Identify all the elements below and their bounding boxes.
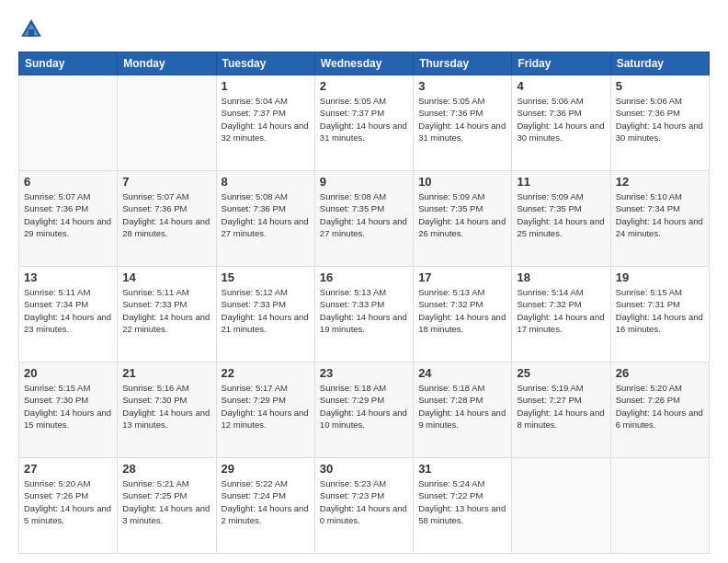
calendar-cell: 2Sunrise: 5:05 AM Sunset: 7:37 PM Daylig… — [314, 75, 413, 171]
day-number: 18 — [517, 270, 605, 284]
calendar-cell: 13Sunrise: 5:11 AM Sunset: 7:34 PM Dayli… — [19, 267, 118, 362]
cell-info: Sunrise: 5:18 AM Sunset: 7:28 PM Dayligh… — [418, 382, 506, 431]
cell-info: Sunrise: 5:08 AM Sunset: 7:35 PM Dayligh… — [320, 190, 408, 239]
cell-info: Sunrise: 5:05 AM Sunset: 7:37 PM Dayligh… — [320, 95, 408, 144]
day-number: 11 — [517, 175, 605, 189]
calendar-cell: 16Sunrise: 5:13 AM Sunset: 7:33 PM Dayli… — [314, 267, 413, 362]
calendar-cell: 25Sunrise: 5:19 AM Sunset: 7:27 PM Dayli… — [512, 362, 610, 458]
day-number: 23 — [320, 366, 408, 380]
day-number: 19 — [616, 270, 704, 284]
calendar-cell: 28Sunrise: 5:21 AM Sunset: 7:25 PM Dayli… — [118, 458, 216, 554]
day-number: 3 — [418, 79, 506, 93]
day-number: 9 — [320, 175, 408, 189]
page: SundayMondayTuesdayWednesdayThursdayFrid… — [0, 0, 728, 563]
calendar-cell: 26Sunrise: 5:20 AM Sunset: 7:26 PM Dayli… — [610, 362, 709, 458]
weekday-header: Friday — [512, 52, 610, 75]
cell-info: Sunrise: 5:09 AM Sunset: 7:35 PM Dayligh… — [517, 190, 605, 239]
day-number: 2 — [320, 79, 408, 93]
day-number: 12 — [616, 175, 704, 189]
calendar-cell: 17Sunrise: 5:13 AM Sunset: 7:32 PM Dayli… — [414, 267, 512, 362]
day-number: 15 — [222, 270, 310, 284]
cell-info: Sunrise: 5:12 AM Sunset: 7:33 PM Dayligh… — [222, 286, 310, 335]
day-number: 10 — [418, 175, 506, 189]
calendar-week-row: 1Sunrise: 5:04 AM Sunset: 7:37 PM Daylig… — [19, 75, 710, 171]
day-number: 24 — [418, 366, 506, 380]
day-number: 6 — [24, 175, 112, 189]
calendar-week-row: 27Sunrise: 5:20 AM Sunset: 7:26 PM Dayli… — [19, 458, 710, 554]
cell-info: Sunrise: 5:20 AM Sunset: 7:26 PM Dayligh… — [616, 382, 704, 431]
day-number: 30 — [320, 462, 408, 476]
weekday-header: Saturday — [610, 52, 709, 75]
cell-info: Sunrise: 5:14 AM Sunset: 7:32 PM Dayligh… — [517, 286, 605, 335]
cell-info: Sunrise: 5:22 AM Sunset: 7:24 PM Dayligh… — [222, 477, 310, 526]
calendar-cell: 18Sunrise: 5:14 AM Sunset: 7:32 PM Dayli… — [512, 267, 610, 362]
calendar-cell: 3Sunrise: 5:05 AM Sunset: 7:36 PM Daylig… — [414, 75, 512, 171]
day-number: 25 — [517, 366, 605, 380]
calendar-cell: 8Sunrise: 5:08 AM Sunset: 7:36 PM Daylig… — [216, 171, 314, 267]
cell-info: Sunrise: 5:06 AM Sunset: 7:36 PM Dayligh… — [517, 95, 605, 144]
calendar-week-row: 20Sunrise: 5:15 AM Sunset: 7:30 PM Dayli… — [19, 362, 710, 458]
cell-info: Sunrise: 5:23 AM Sunset: 7:23 PM Dayligh… — [320, 477, 408, 526]
cell-info: Sunrise: 5:08 AM Sunset: 7:36 PM Dayligh… — [222, 190, 310, 239]
calendar-cell: 29Sunrise: 5:22 AM Sunset: 7:24 PM Dayli… — [216, 458, 314, 554]
cell-info: Sunrise: 5:15 AM Sunset: 7:31 PM Dayligh… — [616, 286, 704, 335]
calendar-week-row: 13Sunrise: 5:11 AM Sunset: 7:34 PM Dayli… — [19, 267, 710, 362]
day-number: 28 — [122, 462, 210, 476]
calendar-cell — [512, 458, 610, 554]
cell-info: Sunrise: 5:05 AM Sunset: 7:36 PM Dayligh… — [418, 95, 506, 144]
cell-info: Sunrise: 5:24 AM Sunset: 7:22 PM Dayligh… — [418, 477, 506, 526]
day-number: 5 — [616, 79, 704, 93]
calendar-cell: 27Sunrise: 5:20 AM Sunset: 7:26 PM Dayli… — [19, 458, 118, 554]
day-number: 8 — [222, 175, 310, 189]
cell-info: Sunrise: 5:20 AM Sunset: 7:26 PM Dayligh… — [24, 477, 112, 526]
calendar-cell: 5Sunrise: 5:06 AM Sunset: 7:36 PM Daylig… — [610, 75, 709, 171]
day-number: 20 — [24, 366, 112, 380]
calendar-cell: 19Sunrise: 5:15 AM Sunset: 7:31 PM Dayli… — [610, 267, 709, 362]
day-number: 22 — [222, 366, 310, 380]
header — [18, 17, 710, 42]
weekday-header: Tuesday — [216, 52, 314, 75]
cell-info: Sunrise: 5:09 AM Sunset: 7:35 PM Dayligh… — [418, 190, 506, 239]
day-number: 13 — [24, 270, 112, 284]
calendar-cell: 24Sunrise: 5:18 AM Sunset: 7:28 PM Dayli… — [414, 362, 512, 458]
calendar-cell: 1Sunrise: 5:04 AM Sunset: 7:37 PM Daylig… — [216, 75, 314, 171]
calendar-header-row: SundayMondayTuesdayWednesdayThursdayFrid… — [19, 52, 710, 75]
calendar-cell: 22Sunrise: 5:17 AM Sunset: 7:29 PM Dayli… — [216, 362, 314, 458]
cell-info: Sunrise: 5:06 AM Sunset: 7:36 PM Dayligh… — [616, 95, 704, 144]
calendar-cell: 7Sunrise: 5:07 AM Sunset: 7:36 PM Daylig… — [118, 171, 216, 267]
day-number: 17 — [418, 270, 506, 284]
calendar-cell — [118, 75, 216, 171]
calendar-cell: 20Sunrise: 5:15 AM Sunset: 7:30 PM Dayli… — [19, 362, 118, 458]
calendar-cell: 21Sunrise: 5:16 AM Sunset: 7:30 PM Dayli… — [118, 362, 216, 458]
calendar-week-row: 6Sunrise: 5:07 AM Sunset: 7:36 PM Daylig… — [19, 171, 710, 267]
day-number: 29 — [222, 462, 310, 476]
calendar-table: SundayMondayTuesdayWednesdayThursdayFrid… — [18, 52, 710, 554]
cell-info: Sunrise: 5:21 AM Sunset: 7:25 PM Dayligh… — [122, 477, 210, 526]
calendar-cell: 9Sunrise: 5:08 AM Sunset: 7:35 PM Daylig… — [314, 171, 413, 267]
calendar-cell: 10Sunrise: 5:09 AM Sunset: 7:35 PM Dayli… — [414, 171, 512, 267]
calendar-cell: 6Sunrise: 5:07 AM Sunset: 7:36 PM Daylig… — [19, 171, 118, 267]
calendar-cell — [610, 458, 709, 554]
calendar-cell — [19, 75, 118, 171]
cell-info: Sunrise: 5:16 AM Sunset: 7:30 PM Dayligh… — [122, 382, 210, 431]
cell-info: Sunrise: 5:07 AM Sunset: 7:36 PM Dayligh… — [122, 190, 210, 239]
cell-info: Sunrise: 5:10 AM Sunset: 7:34 PM Dayligh… — [616, 190, 704, 239]
day-number: 27 — [24, 462, 112, 476]
cell-info: Sunrise: 5:13 AM Sunset: 7:32 PM Dayligh… — [418, 286, 506, 335]
calendar-cell: 30Sunrise: 5:23 AM Sunset: 7:23 PM Dayli… — [314, 458, 413, 554]
day-number: 1 — [222, 79, 310, 93]
calendar-cell: 12Sunrise: 5:10 AM Sunset: 7:34 PM Dayli… — [610, 171, 709, 267]
cell-info: Sunrise: 5:13 AM Sunset: 7:33 PM Dayligh… — [320, 286, 408, 335]
day-number: 16 — [320, 270, 408, 284]
calendar-cell: 14Sunrise: 5:11 AM Sunset: 7:33 PM Dayli… — [118, 267, 216, 362]
cell-info: Sunrise: 5:19 AM Sunset: 7:27 PM Dayligh… — [517, 382, 605, 431]
day-number: 21 — [122, 366, 210, 380]
day-number: 26 — [616, 366, 704, 380]
weekday-header: Thursday — [414, 52, 512, 75]
svg-rect-2 — [28, 29, 34, 37]
cell-info: Sunrise: 5:07 AM Sunset: 7:36 PM Dayligh… — [24, 190, 112, 239]
logo-icon — [18, 17, 44, 42]
day-number: 14 — [122, 270, 210, 284]
day-number: 7 — [122, 175, 210, 189]
day-number: 4 — [517, 79, 605, 93]
